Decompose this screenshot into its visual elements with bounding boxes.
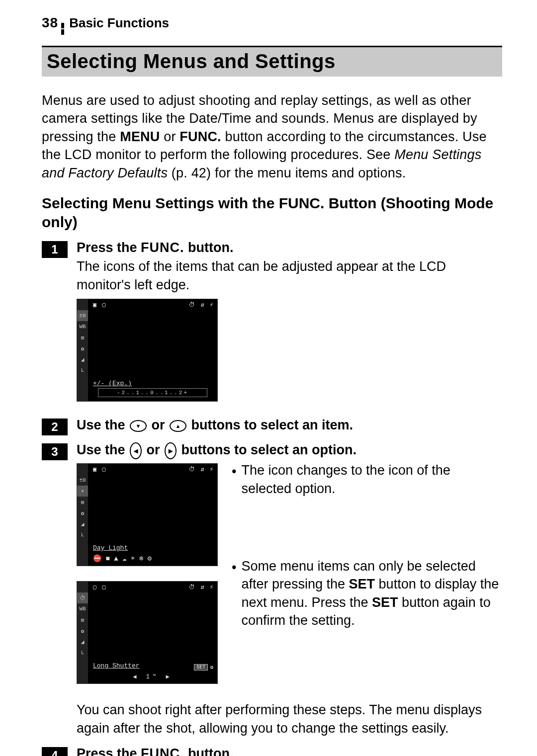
lcd-screenshot-1: ±0 WB ⊞ ✿ ◢ L ▣ ▢ ⏱ ⇵ ⚡ +/- (Exp.) -2..1… <box>77 299 218 402</box>
left-button-icon: ◀ <box>130 442 142 459</box>
lcd-side-icon: ◢ <box>77 518 88 529</box>
step-body: Use the ◀ or ▶ buttons to select an opti… <box>77 442 502 693</box>
step3-row: ±0 ☀ ⊞ ✿ ◢ L ▣ ▢ ⏱ ⇵ ⚡ Day L <box>77 461 502 693</box>
lcd-sidebar: ⏱ WB ⊞ ✿ ◢ L <box>77 582 88 683</box>
lcd-label: +/- (Exp.) <box>93 380 132 387</box>
step-title-text: button. <box>184 746 234 756</box>
step-title-text: Use the <box>77 418 129 432</box>
lcd-side-icon: ⏱ <box>77 592 88 603</box>
page: 38 Basic Functions Selecting Menus and S… <box>0 0 537 756</box>
lcd-icon-row: ⛔ ■ ▲ ☁ ☀ ❄ ⚙ <box>93 554 212 563</box>
lcd-side-icon: ◢ <box>77 636 88 647</box>
lcd-side-icon: WB <box>77 321 88 332</box>
step-number-badge: 4 <box>42 747 68 756</box>
lcd-side-icon: ✿ <box>77 343 88 354</box>
lcd-side-icon: ±0 <box>77 310 88 321</box>
lcd-top-icons: ▢ ▢ ⏱ ⇵ ⚡ <box>93 584 214 591</box>
lcd-top-right: ⏱ ⇵ ⚡ <box>189 301 214 309</box>
page-number: 38 <box>42 15 58 31</box>
intro-paragraph: Menus are used to adjust shooting and re… <box>42 91 502 182</box>
bullet-icon: • <box>232 558 236 630</box>
step-2: 2 Use the ▼ or ▲ buttons to select an it… <box>42 418 502 435</box>
subsection-heading: Selecting Menu Settings with the FUNC. B… <box>42 194 502 231</box>
bullets: • The icon changes to the icon of the se… <box>232 461 502 630</box>
lcd-screenshot-2: ±0 ☀ ⊞ ✿ ◢ L ▣ ▢ ⏱ ⇵ ⚡ Day L <box>77 463 218 566</box>
set-label: SET <box>372 595 398 610</box>
func-label: FUNC. <box>141 240 184 255</box>
menu-label: MENU <box>120 129 160 144</box>
lcd-side-icon: L <box>77 647 88 658</box>
lcd-set-badge: SET ⚙ <box>194 664 213 671</box>
set-label: SET <box>349 577 375 591</box>
step-1: 1 Press the FUNC. button. The icons of t… <box>42 240 502 411</box>
down-button-icon: ▼ <box>130 420 147 432</box>
func-label: FUNC. <box>141 746 184 756</box>
lcd-sidebar: ±0 WB ⊞ ✿ ◢ L <box>77 299 88 401</box>
lcd-top-left: ▢ ▢ <box>93 584 107 591</box>
lcd-side-icon: ☀ <box>77 486 88 497</box>
step-title: Press the FUNC. button. <box>77 746 502 756</box>
step-text: The icons of the items that can be adjus… <box>77 257 502 294</box>
lcd-main: ▢ ▢ ⏱ ⇵ ⚡ Long Shutter SET ⚙ ◀ 1" ▶ <box>88 582 217 683</box>
step-number-badge: 3 <box>42 443 68 460</box>
step-title-text: Press the <box>77 746 141 756</box>
set-icon: ⚙ <box>210 664 213 671</box>
bullet-item: • Some menu items can only be selected a… <box>232 557 502 630</box>
lcd-sidebar: ±0 ☀ ⊞ ✿ ◢ L <box>77 464 88 566</box>
bullet-text: Some menu items can only be selected aft… <box>241 557 502 630</box>
set-box: SET <box>194 664 208 671</box>
func-label: FUNC. <box>179 129 221 144</box>
bullet-icon: • <box>232 462 236 498</box>
header-divider-icon <box>61 23 64 35</box>
lcd-arrows: ◀ 1" ▶ <box>133 673 172 680</box>
step-title: Use the ▼ or ▲ buttons to select an item… <box>77 418 502 433</box>
step-title-text: button. <box>184 240 234 255</box>
step-title: Press the FUNC. button. <box>77 240 502 255</box>
section-name: Basic Functions <box>69 15 169 31</box>
step-number-badge: 2 <box>42 419 68 435</box>
bullet-text: The icon changes to the icon of the sele… <box>241 461 502 498</box>
lcd-side-icon: ✿ <box>77 507 88 518</box>
step-body: Use the ▼ or ▲ buttons to select an item… <box>77 418 502 435</box>
step-title-text: or <box>143 442 164 457</box>
lcd-side-icon: ⊞ <box>77 497 88 507</box>
step-title-text: Press the <box>77 240 141 255</box>
up-button-icon: ▲ <box>170 420 186 432</box>
page-title: Selecting Menus and Settings <box>47 50 497 73</box>
lcd-scale: -2..1..0..1..2+ <box>98 388 207 397</box>
lcd-top-left: ▣ ▢ <box>93 301 107 309</box>
intro-text: or <box>160 129 180 144</box>
lcd-stack: ±0 ☀ ⊞ ✿ ◢ L ▣ ▢ ⏱ ⇵ ⚡ Day L <box>77 461 218 693</box>
step-body: Press the FUNC. button. The icons of the… <box>77 240 502 411</box>
step-body: Press the FUNC. button. The menu will cl… <box>77 746 502 756</box>
lcd-side-icon: ⊞ <box>77 614 88 625</box>
intro-text: (p. 42) for the menu items and options. <box>168 166 406 180</box>
closing-text: You can shoot right after performing the… <box>77 701 502 737</box>
lcd-side-icon: ±0 <box>77 475 88 486</box>
lcd-top-left: ▣ ▢ <box>93 466 107 473</box>
lcd-top-icons: ▣ ▢ ⏱ ⇵ ⚡ <box>93 301 214 309</box>
lcd-side-icon: ✿ <box>77 625 88 636</box>
title-bar: Selecting Menus and Settings <box>42 46 502 77</box>
step-number-badge: 1 <box>42 241 68 258</box>
right-button-icon: ▶ <box>165 442 177 459</box>
step-title-text: Use the <box>77 442 129 457</box>
step-3: 3 Use the ◀ or ▶ buttons to select an op… <box>42 442 502 693</box>
step-title-text: or <box>148 418 169 432</box>
page-header: 38 Basic Functions <box>42 15 502 34</box>
step-title-text: buttons to select an item. <box>187 418 353 432</box>
step-4: 4 Press the FUNC. button. The menu will … <box>42 746 502 756</box>
lcd-side-icon: L <box>77 365 88 376</box>
lcd-side-icon: L <box>77 529 88 540</box>
lcd-side-icon: WB <box>77 603 88 614</box>
step-title: Use the ◀ or ▶ buttons to select an opti… <box>77 442 502 459</box>
bullet-item: • The icon changes to the icon of the se… <box>232 461 502 498</box>
lcd-main: ▣ ▢ ⏱ ⇵ ⚡ Day Light ⛔ ■ ▲ ☁ ☀ ❄ ⚙ <box>88 464 217 566</box>
step-title-text: buttons to select an option. <box>178 442 357 457</box>
lcd-label: Day Light <box>93 544 128 552</box>
lcd-top-right: ⏱ ⇵ ⚡ <box>189 584 214 591</box>
lcd-screenshot-3: ⏱ WB ⊞ ✿ ◢ L ▢ ▢ ⏱ ⇵ ⚡ Long <box>77 581 218 684</box>
lcd-label: Long Shutter <box>93 662 140 670</box>
lcd-top-right: ⏱ ⇵ ⚡ <box>189 466 214 473</box>
lcd-top-icons: ▣ ▢ ⏱ ⇵ ⚡ <box>93 466 214 473</box>
